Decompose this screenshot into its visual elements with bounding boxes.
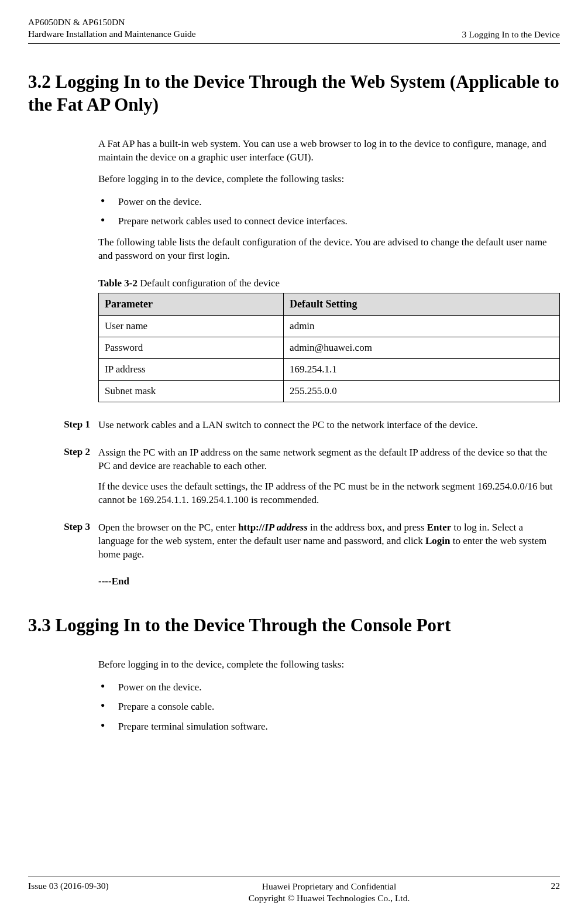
list-item: Prepare terminal simulation software. (98, 719, 560, 734)
step-2-label: Step 2 (28, 446, 98, 514)
list-item: Power on the device. (98, 680, 560, 695)
list-item: Power on the device. (98, 194, 560, 210)
sec33-bullets: Power on the device. Prepare a console c… (98, 680, 560, 734)
table-header-row: Parameter Default Setting (99, 293, 560, 316)
cell-param: Subnet mask (99, 381, 284, 402)
step-1-body: Use network cables and a LAN switch to c… (98, 419, 560, 439)
cell-value: admin@huawei.com (284, 337, 560, 359)
table-row: Password admin@huawei.com (99, 337, 560, 359)
header-guide: Hardware Installation and Maintenance Gu… (28, 28, 196, 40)
table-row: User name admin (99, 316, 560, 337)
table-label: Table 3-2 (98, 278, 137, 289)
list-item: Prepare a console cable. (98, 699, 560, 714)
step-3-body: Open the browser on the PC, enter http:/… (98, 521, 560, 569)
step-3-pre: Open the browser on the PC, enter (98, 522, 238, 533)
header-chapter: 3 Logging In to the Device (462, 29, 560, 40)
sec32-para3: The following table lists the default co… (98, 236, 560, 263)
table-caption-text: Default configuration of the device (137, 278, 280, 289)
section-3-2-title: 3.2 Logging In to the Device Through the… (28, 71, 560, 117)
table-row: Subnet mask 255.255.0.0 (99, 381, 560, 402)
step-1-para: Use network cables and a LAN switch to c… (98, 419, 560, 432)
table-row: IP address 169.254.1.1 (99, 359, 560, 381)
header-product: AP6050DN & AP6150DN (28, 16, 196, 28)
step-row: Step 3 Open the browser on the PC, enter… (28, 521, 560, 569)
table-header-default-setting: Default Setting (284, 293, 560, 316)
footer-confidential: Huawei Proprietary and Confidential (133, 881, 525, 892)
page-footer: Issue 03 (2016-09-30) Huawei Proprietary… (28, 877, 560, 904)
header-left: AP6050DN & AP6150DN Hardware Installatio… (28, 16, 196, 40)
cell-param: IP address (99, 359, 284, 381)
cell-param: User name (99, 316, 284, 337)
step-2-body: Assign the PC with an IP address on the … (98, 446, 560, 514)
cell-param: Password (99, 337, 284, 359)
table-header-parameter: Parameter (99, 293, 284, 316)
step-3-enter: Enter (427, 522, 452, 533)
step-2-para2: If the device uses the default settings,… (98, 480, 560, 507)
footer-page-number: 22 (525, 881, 560, 891)
step-2-para1: Assign the PC with an IP address on the … (98, 446, 560, 473)
cell-value: 169.254.1.1 (284, 359, 560, 381)
step-1-label: Step 1 (28, 419, 98, 439)
list-item: Prepare network cables used to connect d… (98, 214, 560, 229)
step-3-login: Login (425, 535, 451, 546)
sec33-para1: Before logging in to the device, complet… (98, 658, 560, 672)
cell-value: 255.255.0.0 (284, 381, 560, 402)
footer-issue: Issue 03 (2016-09-30) (28, 881, 133, 891)
step-row: Step 2 Assign the PC with an IP address … (28, 446, 560, 514)
end-marker: ----End (98, 576, 560, 587)
step-3-ip: IP address (264, 522, 308, 533)
section-3-3-title: 3.3 Logging In to the Device Through the… (28, 614, 560, 637)
sec32-para2: Before logging in to the device, complet… (98, 173, 560, 186)
page-header: AP6050DN & AP6150DN Hardware Installatio… (28, 0, 560, 44)
default-config-table: Parameter Default Setting User name admi… (98, 293, 560, 402)
table-3-2-caption: Table 3-2 Default configuration of the d… (98, 278, 560, 289)
footer-center: Huawei Proprietary and Confidential Copy… (133, 881, 525, 904)
step-3-label: Step 3 (28, 521, 98, 569)
footer-copyright: Copyright © Huawei Technologies Co., Ltd… (133, 892, 525, 904)
step-3-para: Open the browser on the PC, enter http:/… (98, 521, 560, 562)
step-3-mid: in the address box, and press (308, 522, 427, 533)
sec32-bullets: Power on the device. Prepare network cab… (98, 194, 560, 229)
step-3-http: http:// (238, 522, 264, 533)
cell-value: admin (284, 316, 560, 337)
sec32-para1: A Fat AP has a built-in web system. You … (98, 138, 560, 165)
step-row: Step 1 Use network cables and a LAN swit… (28, 419, 560, 439)
